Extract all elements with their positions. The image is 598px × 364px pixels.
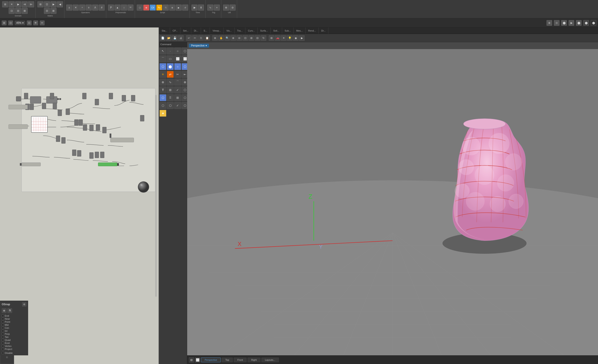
scroll-indicator[interactable] <box>155 95 157 297</box>
matrix-icon-1[interactable]: ⊞ <box>37 1 43 7</box>
domain-icon-2[interactable]: ✕ <box>9 1 15 7</box>
util-icon-1[interactable]: ⊕ <box>223 5 229 11</box>
box-icon[interactable]: ⬡ <box>159 63 166 70</box>
tab-solid[interactable]: Soli... <box>271 27 282 34</box>
solid-icon[interactable]: ⬡ <box>159 94 166 101</box>
rhino-4view-icon[interactable]: ⊞ <box>269 35 274 41</box>
rhino-zoomin-icon[interactable]: ⊕ <box>230 35 236 41</box>
domain-icon-1[interactable]: ⊞ <box>2 1 8 7</box>
tab-vis[interactable]: Vis... <box>224 27 234 34</box>
rhino-pan-icon[interactable]: ✋ <box>218 35 224 41</box>
tab-render[interactable]: Rend... <box>306 27 318 34</box>
rhino-undo-icon[interactable]: ↩ <box>186 35 192 41</box>
tab-di[interactable]: Di... <box>191 27 201 34</box>
domain-icon-8[interactable]: ⊠ <box>22 8 28 14</box>
script-icon-4[interactable]: Py <box>156 5 162 11</box>
rhino-rotate-icon[interactable]: ↻ <box>261 35 266 41</box>
tab-surface[interactable]: Surfa... <box>258 27 271 34</box>
canvas-btn-4[interactable]: ▶ <box>569 20 574 26</box>
tab-viewport[interactable]: Viewp... <box>210 27 224 34</box>
op-icon-4[interactable]: ≡ <box>86 5 92 11</box>
canvas-grid-icon[interactable]: ⊞ <box>2 21 7 25</box>
time-icon-1[interactable]: ▶ <box>191 5 198 11</box>
poly-icon-1[interactable]: P <box>108 5 114 11</box>
cylinder-icon[interactable]: ⬤ <box>167 63 174 70</box>
view-tab-front[interactable]: Front <box>234 357 247 362</box>
canvas-btn-6[interactable]: ⬤ <box>583 20 589 26</box>
matrix-icon-6[interactable]: ⊠ <box>50 8 57 14</box>
viewport-shading-icon[interactable]: ⬜ <box>195 357 200 363</box>
op-icon-3[interactable]: ÷ <box>79 5 85 11</box>
rhino-eye2-icon[interactable]: ◉ <box>293 35 299 41</box>
op-icon-6[interactable]: # <box>99 5 105 11</box>
op-icon-5[interactable]: A <box>92 5 98 11</box>
dots-icon[interactable]: ⠿ <box>167 94 174 101</box>
intersect-icon[interactable]: ⊗ <box>159 79 166 86</box>
fit-view-icon[interactable]: ⊡ <box>27 21 32 25</box>
matrix-icon-4[interactable]: ◀ <box>57 1 63 7</box>
rhino-new-icon[interactable]: 📄 <box>160 35 166 41</box>
rhino-paste-icon[interactable]: 📋 <box>204 35 210 41</box>
canvas-btn-5[interactable]: ⬤ <box>576 20 581 26</box>
rhino-open-icon[interactable]: 📂 <box>166 35 172 41</box>
script-icon-3[interactable]: C# <box>150 5 156 11</box>
curve-icon[interactable]: ∿ <box>167 79 174 86</box>
canvas-view-icon[interactable]: ⊡ <box>8 21 13 25</box>
tab-start[interactable]: Sta... <box>159 27 170 34</box>
rhino-zoom-icon[interactable]: 🔍 <box>224 35 230 41</box>
check-icon[interactable]: ✓ <box>174 87 181 93</box>
viewport-3d[interactable]: Perspective ▾ <box>187 42 598 364</box>
canvas-btn-3[interactable]: ⬤ <box>561 20 567 26</box>
rhino-zoomall-icon[interactable]: ⊞ <box>249 35 254 41</box>
rect-icon[interactable]: ⬜ <box>174 55 181 62</box>
poly-icon-2[interactable]: ▲ <box>115 5 121 11</box>
matrix-icon-3[interactable]: ▶ <box>50 1 57 7</box>
text-icon[interactable]: T <box>159 87 166 93</box>
tab-curv[interactable]: Curv... <box>245 27 258 34</box>
view-tab-top[interactable]: Top <box>222 357 233 362</box>
poly-icon-3[interactable]: ↕ <box>121 5 127 11</box>
circle-icon[interactable]: ○ <box>174 48 181 55</box>
view-tab-layouts[interactable]: Layouts... <box>261 357 279 362</box>
ellipse-icon[interactable]: ⬭ <box>167 55 174 62</box>
domain-icon-4[interactable]: ⧏ <box>22 1 28 7</box>
rhino-snap-icon[interactable]: ⊕ <box>212 35 218 41</box>
domain-icon-5[interactable]: ⧐ <box>28 1 34 7</box>
tab-cp[interactable]: CP... <box>170 27 180 34</box>
script-icon-2[interactable]: ⊕ <box>143 5 149 11</box>
cage-icon[interactable]: ⬡ <box>167 102 174 109</box>
view-tab-right[interactable]: Right <box>248 357 260 362</box>
split-icon[interactable]: ⬡ <box>159 102 166 109</box>
rhino-zoomext-icon[interactable]: ⊟ <box>255 35 260 41</box>
grid2-icon[interactable]: ⊞ <box>167 87 174 93</box>
script-icon-7[interactable]: ▶ <box>176 5 182 11</box>
fillet-icon[interactable]: ⌒ <box>174 79 181 86</box>
rhino-zoomout-icon[interactable]: ⊖ <box>236 35 242 41</box>
viewport-name-badge[interactable]: Perspective ▾ <box>189 44 209 48</box>
canvas-btn-7[interactable]: ⬤ <box>591 20 596 26</box>
rhino-render-icon[interactable]: ▶ <box>299 35 305 41</box>
op-icon-2[interactable]: ✕ <box>73 5 79 11</box>
matrix-icon-2[interactable]: ⊡ <box>44 1 50 7</box>
domain-icon-7[interactable]: ⊟ <box>15 8 21 14</box>
canvas-btn-1[interactable]: ⊕ <box>547 20 552 26</box>
rhino-zoomsel-icon[interactable]: ⊡ <box>242 35 248 41</box>
tab-mesh[interactable]: Mes... <box>294 27 306 34</box>
rhino-cut-icon[interactable]: ✂ <box>192 35 198 41</box>
tab-tra[interactable]: Tra... <box>234 27 245 34</box>
pipe-icon[interactable]: ○ <box>174 63 181 70</box>
tab-dr[interactable]: Dr... <box>319 27 328 34</box>
check2-icon[interactable]: ✓ <box>174 102 181 109</box>
domain-icon-6[interactable]: ⊡ <box>9 8 15 14</box>
rhino-save-icon[interactable]: 💾 <box>172 35 178 41</box>
op-icon-1[interactable]: ± <box>66 5 72 11</box>
tab-settings[interactable]: Set... <box>180 27 191 34</box>
viewport-grid-icon[interactable]: ⊞ <box>189 357 194 363</box>
grid3-icon[interactable]: ⊞ <box>174 94 181 101</box>
trig-icon-2[interactable]: ⌖ <box>214 5 220 11</box>
pencil-icon[interactable]: ✏ <box>40 21 45 25</box>
rhino-print-icon[interactable]: 🖨 <box>178 35 184 41</box>
matrix-icon-5[interactable]: ⊟ <box>44 8 50 14</box>
arc-icon[interactable]: ⌒ <box>159 55 166 62</box>
time-icon-2[interactable]: ⏸ <box>198 5 204 11</box>
